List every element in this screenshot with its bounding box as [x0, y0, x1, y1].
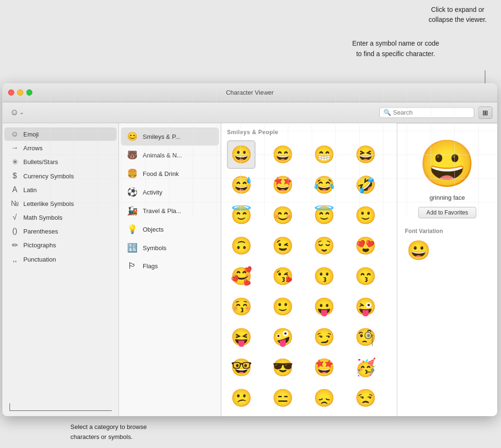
character-viewer-window: Character Viewer ☺ ⌄ 🔍 ⊞ ☺Emoji→Arrows✳B…	[2, 83, 497, 416]
detail-panel: 😀 grinning face Add to Favorites Font Va…	[397, 123, 497, 416]
detail-grid-background	[2, 123, 497, 216]
emoji-cell[interactable]: 😘	[268, 262, 297, 291]
sidebar-item-label-parentheses: Parentheses	[23, 228, 58, 235]
bottom-callout-line2: characters or symbols.	[70, 432, 147, 442]
category-label-flags: Flags	[143, 263, 158, 270]
parentheses-icon: ()	[10, 227, 20, 235]
middle-callout-line1: Enter a symbol name or code	[352, 38, 439, 49]
emoji-cell[interactable]: 😉	[268, 232, 297, 260]
emoji-cell[interactable]: 😏	[310, 323, 339, 351]
top-right-callout: Click to expand or collapse the viewer.	[429, 5, 487, 25]
objects-category-icon: 💡	[127, 224, 138, 234]
emoji-cell[interactable]: 😚	[227, 292, 255, 321]
emoji-cell[interactable]: 🙂	[268, 292, 297, 321]
punctuation-icon: ,,	[10, 255, 20, 263]
emoji-cell[interactable]: 😝	[227, 323, 255, 351]
category-item-symbols[interactable]: 🔣Symbols	[121, 239, 219, 257]
sidebar-item-pictographs[interactable]: ✏Pictographs	[4, 238, 117, 252]
emoji-cell[interactable]: 🤓	[227, 353, 255, 382]
pictographs-icon: ✏	[10, 241, 20, 250]
font-variation-title: Font Variation	[405, 228, 443, 234]
category-item-objects[interactable]: 💡Objects	[121, 220, 219, 238]
emoji-cell[interactable]: 😒	[352, 384, 380, 412]
bottom-callout-line1: Select a category to browse	[70, 422, 147, 432]
emoji-cell[interactable]: 😕	[227, 384, 255, 412]
emoji-cell[interactable]: 🥳	[352, 353, 380, 382]
emoji-cell[interactable]: 😍	[352, 232, 380, 260]
emoji-cell[interactable]: 😙	[352, 262, 380, 291]
sidebar-item-punctuation[interactable]: ,,Punctuation	[4, 253, 117, 266]
category-label-objects: Objects	[143, 226, 164, 233]
emoji-cell[interactable]: 🧐	[352, 323, 380, 351]
emoji-cell[interactable]: 🤪	[268, 323, 297, 351]
emoji-cell[interactable]: 🤩	[310, 353, 339, 382]
middle-callout-line2: to find a specific character.	[352, 49, 439, 59]
main-content: ☺Emoji→Arrows✳Bullets/Stars$Currency Sym…	[2, 123, 497, 416]
emoji-cell[interactable]: 😜	[352, 292, 380, 321]
top-right-callout-text: Click to expand or collapse the viewer.	[429, 6, 487, 23]
flags-category-icon: 🏳	[127, 261, 138, 271]
symbols-category-icon: 🔣	[127, 243, 138, 253]
category-label-symbols: Symbols	[143, 244, 167, 252]
emoji-cell[interactable]: 😎	[268, 353, 297, 382]
bottom-callout: Select a category to browse characters o…	[70, 422, 147, 442]
emoji-cell[interactable]: 😑	[268, 384, 297, 412]
sidebar-item-label-pictographs: Pictographs	[23, 242, 56, 249]
emoji-cell[interactable]: 😌	[310, 232, 339, 260]
emoji-cell[interactable]: 🥰	[227, 262, 255, 291]
emoji-cell[interactable]: 😞	[310, 384, 339, 412]
middle-callout: Enter a symbol name or code to find a sp…	[352, 38, 439, 59]
emoji-cell[interactable]: 😗	[310, 262, 339, 291]
sidebar-item-parentheses[interactable]: ()Parentheses	[4, 224, 117, 238]
sidebar-item-label-punctuation: Punctuation	[23, 256, 56, 263]
emoji-cell[interactable]: 😛	[310, 292, 339, 321]
font-variation-emoji: 😀	[407, 239, 431, 262]
category-item-flags[interactable]: 🏳Flags	[121, 257, 219, 275]
emoji-cell[interactable]: 🙃	[227, 232, 255, 260]
